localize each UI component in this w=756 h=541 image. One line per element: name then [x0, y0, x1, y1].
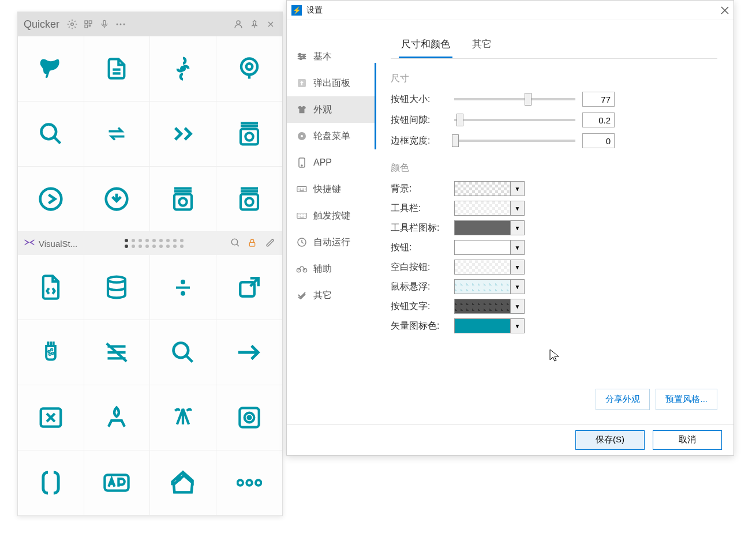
input-button-gap[interactable] — [582, 112, 615, 127]
sidebar-item-autorun[interactable]: 自动运行 — [287, 229, 375, 256]
svg-point-44 — [303, 55, 305, 58]
input-border-width[interactable] — [582, 133, 615, 148]
chevron-down-icon[interactable]: ▼ — [510, 319, 524, 333]
grid-cell[interactable] — [84, 36, 151, 102]
grid-cell[interactable] — [150, 320, 216, 385]
chevron-down-icon[interactable]: ▼ — [510, 221, 524, 235]
pin-icon[interactable] — [249, 18, 260, 30]
cancel-button[interactable]: 取消 — [653, 430, 722, 450]
quicker-panel: Quicker VisualSt... — [17, 12, 283, 516]
slider-button-size[interactable] — [454, 98, 575, 100]
grid-cell[interactable] — [150, 102, 216, 167]
more-icon[interactable] — [115, 18, 126, 30]
keyboard-icon — [296, 210, 308, 221]
svg-point-32 — [52, 353, 53, 354]
tab-other[interactable]: 其它 — [470, 32, 494, 58]
input-button-size[interactable] — [582, 92, 615, 107]
swatch-empty[interactable]: ▼ — [454, 260, 525, 275]
grid-cell[interactable] — [18, 450, 84, 516]
sidebar-item-trigger[interactable]: 触发按键 — [287, 202, 375, 229]
svg-point-50 — [301, 165, 302, 166]
lock-icon[interactable] — [248, 238, 259, 249]
svg-point-24 — [108, 277, 125, 283]
share-button[interactable]: 分享外观 — [596, 389, 650, 410]
swatch-hover[interactable]: ▼ — [454, 279, 525, 294]
sidebar-item-label: 触发按键 — [313, 210, 350, 222]
chevron-down-icon[interactable]: ▼ — [510, 201, 524, 215]
grid-cell[interactable] — [150, 36, 216, 102]
chevron-down-icon[interactable]: ▼ — [510, 299, 524, 313]
sidebar-item-popup[interactable]: 弹出面板 — [287, 70, 375, 96]
grid-cell[interactable] — [84, 255, 151, 320]
grid-cell[interactable] — [216, 385, 283, 450]
sidebar-item-assist[interactable]: 辅助 — [287, 256, 375, 282]
grid-cell[interactable] — [84, 450, 151, 516]
grid-cell[interactable] — [150, 385, 216, 450]
swatch-vector[interactable]: ▼ — [454, 318, 525, 333]
grid-cell[interactable] — [216, 450, 283, 516]
qrcode-icon[interactable] — [83, 18, 94, 30]
grid-cell[interactable] — [84, 167, 151, 232]
mic-icon[interactable] — [99, 18, 110, 30]
chevron-down-icon[interactable]: ▼ — [510, 182, 524, 196]
grid-cell[interactable] — [84, 102, 151, 167]
section-size: 尺寸 — [391, 73, 717, 85]
swatch-button[interactable]: ▼ — [454, 240, 525, 255]
svg-rect-5 — [103, 20, 106, 25]
divider-row: VisualSt... — [18, 232, 282, 255]
grid-cell[interactable] — [216, 167, 283, 232]
chevron-down-icon[interactable]: ▼ — [510, 260, 524, 274]
settings-titlebar: ⚡ 设置 — [287, 1, 733, 20]
grid-cell[interactable] — [84, 385, 151, 450]
swatch-toolbar[interactable]: ▼ — [454, 201, 525, 216]
grid-cell[interactable] — [150, 450, 216, 516]
sidebar-item-label: 其它 — [313, 290, 332, 302]
save-button[interactable]: 保存(S) — [575, 430, 645, 450]
svg-rect-26 — [176, 287, 190, 289]
phone-icon — [296, 157, 308, 168]
gear-icon[interactable] — [66, 18, 78, 30]
swatch-text[interactable]: ▼ — [454, 299, 525, 314]
sidebar-item-label: APP — [313, 157, 332, 168]
chevron-down-icon[interactable]: ▼ — [510, 241, 524, 254]
label-button: 按钮: — [391, 242, 454, 254]
svg-point-19 — [179, 198, 186, 205]
search-icon[interactable] — [230, 238, 242, 249]
sidebar-item-wheel[interactable]: 轮盘菜单 — [287, 123, 375, 149]
swatch-toolbar-icon[interactable]: ▼ — [454, 220, 525, 235]
grid-cell[interactable] — [216, 255, 283, 320]
sidebar-item-other[interactable]: 其它 — [287, 282, 375, 309]
preset-button[interactable]: 预置风格... — [656, 389, 717, 410]
grid-cell[interactable] — [84, 320, 151, 385]
svg-point-15 — [245, 133, 253, 140]
sidebar-item-app[interactable]: APP — [287, 149, 375, 176]
grid-cell[interactable] — [216, 36, 283, 102]
grid-cell[interactable] — [18, 385, 84, 450]
chevron-down-icon[interactable]: ▼ — [510, 280, 524, 294]
close-icon[interactable] — [721, 6, 729, 14]
tools-icon[interactable] — [265, 238, 276, 249]
grid-cell[interactable] — [18, 167, 84, 232]
grid-cell[interactable] — [18, 320, 84, 385]
grid-cell[interactable] — [18, 102, 84, 167]
sidebar-item-basic[interactable]: 基本 — [287, 43, 375, 70]
slider-border-width[interactable] — [454, 140, 575, 142]
close-icon[interactable] — [265, 18, 276, 30]
grid-cell[interactable] — [18, 36, 84, 102]
sidebar-item-appearance[interactable]: 外观 — [287, 96, 375, 123]
grid-cell[interactable] — [150, 167, 216, 232]
grid-top — [18, 36, 282, 232]
grid-cell[interactable] — [216, 320, 283, 385]
upload-icon — [296, 77, 308, 89]
tab-size-color[interactable]: 尺寸和颜色 — [399, 32, 452, 58]
user-icon[interactable] — [233, 18, 244, 30]
grid-cell[interactable] — [216, 102, 283, 167]
svg-rect-3 — [85, 25, 88, 28]
svg-point-48 — [301, 135, 303, 137]
swatch-bg[interactable]: ▼ — [454, 181, 525, 196]
grid-cell[interactable] — [150, 255, 216, 320]
grid-cell[interactable] — [18, 255, 84, 320]
sidebar-item-shortcut[interactable]: 快捷键 — [287, 176, 375, 202]
slider-button-gap[interactable] — [454, 119, 575, 121]
settings-title: 设置 — [306, 5, 323, 16]
